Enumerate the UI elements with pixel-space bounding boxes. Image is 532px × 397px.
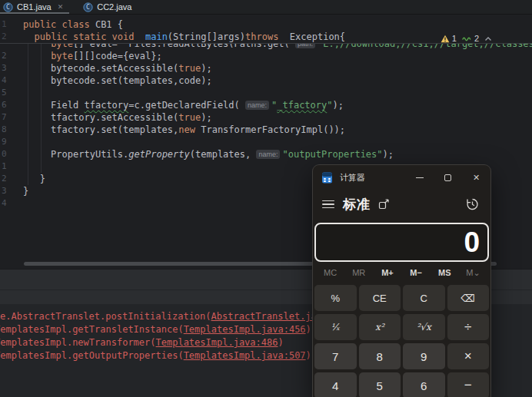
calc-button-reciprocal[interactable]: ¹⁄ₓ <box>314 314 357 340</box>
line-number: 2 <box>0 173 23 185</box>
inlay-hint: name: <box>256 150 280 159</box>
memory-subtract-button[interactable]: M− <box>402 268 431 277</box>
line-number: 4 <box>0 197 23 210</box>
code-line[interactable]: 6 Field tfactory=c.getDeclaredField( nam… <box>0 99 532 111</box>
calc-button-clear-entry[interactable]: CE <box>359 285 401 311</box>
calc-button-divide[interactable]: ÷ <box>447 314 490 340</box>
calc-button-seven[interactable]: 7 <box>314 343 357 369</box>
line-number: 3 <box>0 62 23 74</box>
memory-dropdown-button[interactable]: M⌄ <box>459 268 487 278</box>
code-line[interactable]: 2 byte[][]code={eval}; <box>0 50 532 62</box>
maximize-button[interactable] <box>434 165 462 190</box>
tab-close-icon[interactable]: ✕ <box>58 3 64 11</box>
line-number <box>0 44 23 50</box>
code-text: Field tfactory=c.getDeclaredField( name:… <box>23 99 344 111</box>
line-number: 6 <box>0 99 23 111</box>
warning-count: 1 <box>452 34 457 43</box>
line-number: 2 <box>0 31 23 43</box>
line-number: 4 <box>0 74 23 87</box>
calculator-titlebar[interactable]: 计算器 ✕ <box>313 165 490 190</box>
stack-trace-link[interactable]: TemplatesImpl.java:507 <box>184 350 306 361</box>
tab-cc2-java[interactable]: C CC2.java <box>80 0 138 14</box>
code-text: } <box>23 185 28 197</box>
line-number: 3 <box>0 185 23 197</box>
calc-button-six[interactable]: 6 <box>403 372 445 397</box>
code-line[interactable]: 3 bytecode.setAccessible(true); <box>0 62 532 74</box>
line-number: 1 <box>0 18 23 31</box>
code-line[interactable]: 1public class CB1 { <box>0 18 532 31</box>
code-text: tfactory.set(templates,new TransformerFa… <box>23 124 345 136</box>
code-text: bytecode.set(templates,code); <box>23 74 212 87</box>
code-line[interactable]: 9 <box>0 136 532 148</box>
inspections-widget[interactable]: 1 2 <box>441 32 492 45</box>
stack-trace-link[interactable]: TemplatesImpl.java:456 <box>184 324 306 335</box>
calc-button-square-root[interactable]: ²√x <box>403 314 445 340</box>
line-number: 1 <box>0 160 23 173</box>
calculator-window: 计算器 ✕ 标准 0 MCMRM+M−MSM⌄ %CEC⌫¹⁄ₓx²² <box>313 165 490 397</box>
java-class-icon: C <box>3 2 13 12</box>
code-line[interactable]: 8 tfactory.set(templates,new Transformer… <box>0 124 532 136</box>
calc-button-five[interactable]: 5 <box>359 372 401 397</box>
tab-label: CB1.java <box>17 2 52 12</box>
calculator-nav-row: 标准 <box>313 190 490 218</box>
minimize-icon <box>416 177 424 178</box>
code-text: public static void main(String[]args)thr… <box>23 31 345 43</box>
calc-button-clear[interactable]: C <box>403 285 445 311</box>
line-number: 0 <box>0 148 23 160</box>
editor-tab-bar: C CB1.java ✕ C CC2.java <box>0 0 532 15</box>
code-line[interactable]: 0 PropertyUtils.getProperty(templates, n… <box>0 148 532 160</box>
calc-button-multiply[interactable]: × <box>447 343 490 369</box>
memory-recall-button[interactable]: MR <box>344 268 373 277</box>
calc-button-square[interactable]: x² <box>359 314 401 340</box>
line-number: 5 <box>0 87 23 99</box>
java-class-icon: C <box>83 2 93 12</box>
code-line[interactable]: 7 tfactory.setAccessible(true); <box>0 111 532 124</box>
typo-squiggle-icon <box>462 35 472 41</box>
minimize-button[interactable] <box>405 165 434 190</box>
hamburger-menu-icon[interactable] <box>318 195 338 213</box>
memory-add-button[interactable]: M+ <box>373 268 401 277</box>
memory-clear-button[interactable]: MC <box>316 268 344 277</box>
code-text: byte[] eval= Files.readAllBytes(Paths.ge… <box>23 44 532 50</box>
close-button[interactable]: ✕ <box>462 165 490 190</box>
chevron-up-icon[interactable] <box>484 36 492 41</box>
code-line[interactable]: byte[] eval= Files.readAllBytes(Paths.ge… <box>0 44 532 50</box>
code-text: } <box>23 173 45 185</box>
memory-row: MCMRM+M−MSM⌄ <box>313 263 490 282</box>
calc-button-percent[interactable]: % <box>314 285 357 311</box>
code-text: public class CB1 { <box>23 18 123 31</box>
ide-window: C CB1.java ✕ C CC2.java 1public class CB… <box>0 0 532 397</box>
inlay-hint: path: <box>295 44 315 48</box>
line-number: 9 <box>0 136 23 148</box>
maximize-icon <box>444 174 451 181</box>
tab-label: CC2.java <box>97 2 131 12</box>
inlay-hint: name: <box>245 101 269 110</box>
line-number: 7 <box>0 111 23 124</box>
calc-button-nine[interactable]: 9 <box>403 343 445 369</box>
code-text: bytecode.setAccessible(true); <box>23 62 212 74</box>
calc-button-backspace[interactable]: ⌫ <box>447 285 490 311</box>
memory-store-button[interactable]: MS <box>431 268 459 277</box>
code-text: byte[][]code={eval}; <box>23 50 162 62</box>
typo-count: 2 <box>474 34 479 43</box>
tab-cb1-java[interactable]: C CB1.java ✕ <box>0 0 69 14</box>
mode-label: 标准 <box>343 196 371 213</box>
keep-on-top-icon[interactable] <box>378 199 390 210</box>
history-icon[interactable] <box>466 198 479 210</box>
calc-button-four[interactable]: 4 <box>314 372 357 397</box>
code-line[interactable]: 5 <box>0 87 532 99</box>
calculator-app-icon <box>321 172 333 184</box>
display-value: 0 <box>464 227 480 259</box>
code-text: tfactory.setAccessible(true); <box>23 111 212 124</box>
calc-button-subtract[interactable]: − <box>447 372 490 397</box>
warning-icon <box>441 35 450 43</box>
line-number: 2 <box>0 50 23 62</box>
code-text: PropertyUtils.getProperty(templates, nam… <box>23 148 394 160</box>
svg-text:C: C <box>86 4 90 11</box>
calculator-display[interactable]: 0 <box>314 223 489 262</box>
calc-button-eight[interactable]: 8 <box>359 343 401 369</box>
stack-trace-link[interactable]: TemplatesImpl.java:486 <box>156 337 278 348</box>
calculator-title: 计算器 <box>340 172 365 184</box>
code-line[interactable]: 4 bytecode.set(templates,code); <box>0 74 532 87</box>
calculator-keypad: %CEC⌫¹⁄ₓx²²√x÷789×456− <box>313 282 490 397</box>
